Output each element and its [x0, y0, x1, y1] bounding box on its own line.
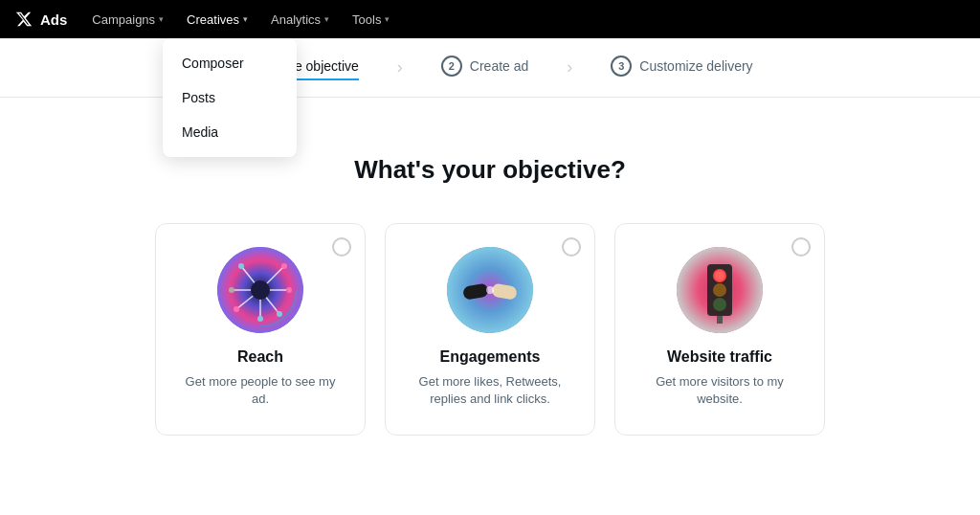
- traffic-icon: [677, 247, 763, 333]
- svg-point-8: [251, 280, 270, 300]
- svg-point-27: [713, 298, 726, 311]
- nav-tools[interactable]: Tools ▾: [343, 9, 399, 31]
- nav-analytics[interactable]: Analytics ▾: [261, 9, 339, 31]
- traffic-svg: [677, 247, 763, 333]
- step-2-num: 2: [441, 56, 462, 77]
- svg-point-26: [713, 283, 726, 297]
- analytics-label: Analytics: [271, 12, 321, 27]
- campaigns-label: Campaigns: [92, 12, 155, 27]
- step-separator-2: ›: [567, 57, 572, 78]
- creatives-dropdown: Composer Posts Media: [163, 38, 297, 157]
- engagements-icon: [447, 247, 533, 333]
- svg-point-9: [281, 263, 287, 269]
- main-content: What's your objective?: [0, 98, 980, 474]
- steps-bar: 1 Choose objective › 2 Create ad › 3 Cus…: [0, 38, 980, 98]
- reach-icon: [217, 247, 303, 333]
- tools-label: Tools: [352, 12, 381, 27]
- engagements-svg: [447, 247, 533, 333]
- card-engagements[interactable]: Engagements Get more likes, Retweets, re…: [385, 223, 595, 436]
- step-create-ad[interactable]: 2 Create ad: [441, 56, 528, 80]
- svg-rect-28: [717, 316, 723, 324]
- step-customize-delivery[interactable]: 3 Customize delivery: [611, 56, 752, 80]
- website-traffic-desc: Get more visitors to my website.: [635, 373, 805, 408]
- chevron-down-icon: ▾: [385, 14, 390, 24]
- svg-point-25: [715, 271, 724, 280]
- svg-point-15: [238, 263, 244, 269]
- nav-creatives[interactable]: Creatives ▾: [177, 9, 257, 31]
- creatives-label: Creatives: [187, 12, 239, 27]
- card-reach[interactable]: Reach Get more people to see my ad.: [155, 223, 366, 436]
- reach-desc: Get more people to see my ad.: [175, 373, 345, 408]
- radio-reach[interactable]: [332, 237, 351, 257]
- objective-cards: Reach Get more people to see my ad.: [155, 223, 825, 436]
- svg-point-12: [257, 316, 263, 322]
- step-2-label: Create ad: [470, 58, 528, 74]
- svg-point-13: [234, 306, 239, 312]
- card-website-traffic[interactable]: Website traffic Get more visitors to my …: [614, 223, 825, 436]
- reach-label: Reach: [237, 348, 283, 366]
- step-separator-1: ›: [397, 57, 403, 78]
- chevron-down-icon: ▾: [243, 14, 248, 24]
- svg-point-21: [486, 286, 494, 294]
- svg-point-11: [277, 311, 282, 317]
- dropdown-item-posts[interactable]: Posts: [163, 80, 297, 115]
- brand-label: Ads: [40, 11, 67, 28]
- svg-point-14: [229, 287, 234, 293]
- radio-website-traffic[interactable]: [791, 237, 811, 257]
- chevron-down-icon: ▾: [324, 14, 329, 24]
- x-icon: [15, 11, 33, 28]
- reach-svg: [217, 247, 303, 333]
- nav-campaigns[interactable]: Campaigns ▾: [82, 9, 173, 31]
- website-traffic-label: Website traffic: [667, 348, 772, 366]
- dropdown-item-composer[interactable]: Composer: [163, 46, 297, 80]
- step-3-num: 3: [611, 56, 632, 77]
- engagements-label: Engagements: [440, 348, 541, 366]
- radio-engagements[interactable]: [562, 237, 581, 257]
- chevron-down-icon: ▾: [159, 14, 164, 24]
- step-3-label: Customize delivery: [639, 58, 752, 74]
- navbar: Ads Campaigns ▾ Creatives ▾ Analytics ▾ …: [0, 0, 980, 38]
- dropdown-item-media[interactable]: Media: [163, 115, 297, 149]
- page-title: What's your objective?: [354, 155, 626, 185]
- brand-logo[interactable]: Ads: [15, 11, 67, 28]
- engagements-desc: Get more likes, Retweets, replies and li…: [405, 373, 575, 408]
